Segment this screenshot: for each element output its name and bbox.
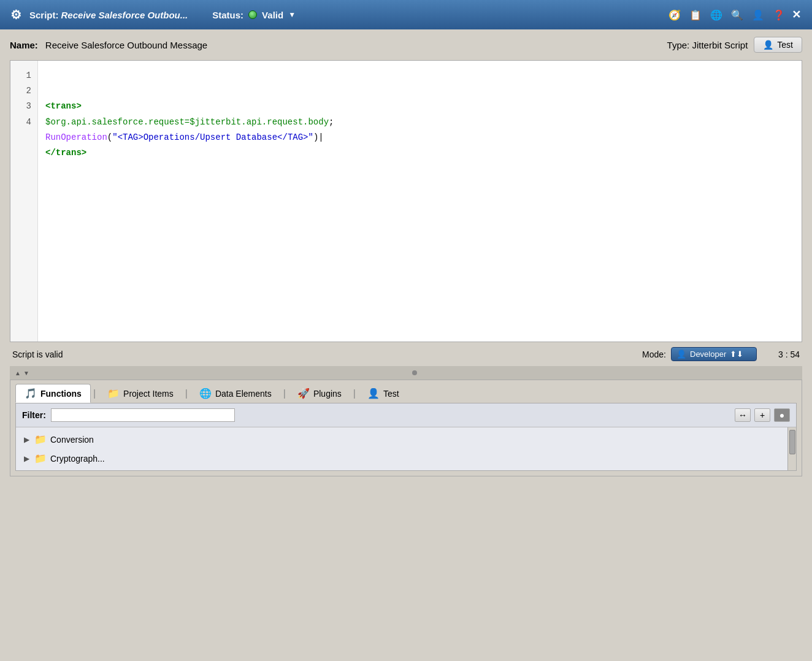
test-tab-label: Test xyxy=(383,389,399,399)
scrollbar-thumb xyxy=(789,430,795,454)
line-num-4: 4 xyxy=(17,115,31,130)
functions-tab-icon: 🎵 xyxy=(25,388,37,399)
tree-expand-cryptograph[interactable]: ▶ xyxy=(22,454,31,463)
mode-label: Mode: xyxy=(642,350,666,359)
add-button[interactable]: + xyxy=(754,408,770,422)
splitter-handle xyxy=(412,370,417,375)
folder-icon-cryptograph: 📁 xyxy=(34,453,47,464)
line-num-1: 1 xyxy=(17,68,31,83)
status-value: Valid xyxy=(262,10,283,20)
script-title: Receive Salesforce Outbou... xyxy=(61,10,188,20)
filter-row: Filter: ↔ + ● xyxy=(16,403,796,427)
code-line-1: <trans> xyxy=(45,99,794,114)
toolbar-icons: 🧭 📋 🌐 🔍 👤 ❓ xyxy=(666,6,787,23)
test-tab-icon: 👤 xyxy=(367,388,380,399)
tree-container: ▶ 📁 Conversion ▶ 📁 Cryptograph... xyxy=(16,427,796,470)
tree-label-conversion: Conversion xyxy=(50,435,94,445)
folder-icon-conversion: 📁 xyxy=(34,434,47,445)
name-row: Name: Receive Salesforce Outbound Messag… xyxy=(10,37,802,53)
expand-button[interactable]: ↔ xyxy=(735,408,751,422)
line-numbers: 1 2 3 4 xyxy=(10,61,38,342)
plugins-tab-label: Plugins xyxy=(313,389,342,399)
tree-list[interactable]: ▶ 📁 Conversion ▶ 📁 Cryptograph... xyxy=(16,427,787,470)
add-icon: + xyxy=(760,410,765,420)
test-icon: 👤 xyxy=(763,40,773,50)
test-button[interactable]: 👤 Test xyxy=(754,37,802,53)
tab-data-elements[interactable]: 🌐 Data Elements xyxy=(190,384,281,403)
tree-item-cryptograph[interactable]: ▶ 📁 Cryptograph... xyxy=(16,449,787,468)
tab-functions[interactable]: 🎵 Functions xyxy=(15,384,91,403)
splitter[interactable]: ▲ ▼ xyxy=(10,366,802,380)
splitter-up-arrow[interactable]: ▲ xyxy=(15,370,21,376)
code-editor[interactable]: 1 2 3 4 <trans> $org.api.salesforce.requ… xyxy=(10,60,802,342)
line-num-2: 2 xyxy=(17,83,31,99)
functions-tab-label: Functions xyxy=(40,389,82,399)
project-items-tab-icon: 📁 xyxy=(107,388,120,399)
script-name-value: Receive Salesforce Outbound Message xyxy=(45,40,207,50)
mode-dropdown[interactable]: 👤 Developer ⬆⬇ xyxy=(671,347,757,361)
code-line-3: RunOperation("<TAG>Operations/Upsert Dat… xyxy=(45,130,794,145)
project-items-tab-label: Project Items xyxy=(123,389,174,399)
expand-icon: ↔ xyxy=(738,410,747,420)
code-line-4: </trans> xyxy=(45,145,794,161)
app-icon: ⚙ xyxy=(7,6,25,23)
status-dropdown[interactable]: ▼ xyxy=(288,10,296,19)
code-content[interactable]: <trans> $org.api.salesforce.request=$jit… xyxy=(38,61,802,342)
info-button[interactable]: ● xyxy=(774,408,790,422)
toolbar-icon-help[interactable]: ❓ xyxy=(770,6,787,23)
toolbar-icon-3[interactable]: 🌐 xyxy=(708,6,725,23)
tab-plugins[interactable]: 🚀 Plugins xyxy=(288,384,351,403)
filter-actions: ↔ + ● xyxy=(735,408,790,422)
cursor-position: 3 : 54 xyxy=(769,350,800,359)
tab-sep-3: | xyxy=(281,389,288,399)
tree-item-conversion[interactable]: ▶ 📁 Conversion xyxy=(16,430,787,449)
tab-sep-2: | xyxy=(183,389,190,399)
tab-sep-4: | xyxy=(351,389,358,399)
toolbar-icon-4[interactable]: 🔍 xyxy=(729,6,746,23)
bottom-panel: 🎵 Functions | 📁 Project Items | 🌐 Data E… xyxy=(10,380,802,476)
mode-value: Developer xyxy=(690,350,726,359)
type-label: Type: Jitterbit Script xyxy=(667,40,748,50)
mode-icon: 👤 xyxy=(676,350,686,359)
tab-bar: 🎵 Functions | 📁 Project Items | 🌐 Data E… xyxy=(10,380,802,403)
status-indicator xyxy=(248,10,257,19)
status-label: Status: xyxy=(212,10,243,20)
data-elements-tab-icon: 🌐 xyxy=(199,388,212,399)
tab-test[interactable]: 👤 Test xyxy=(358,384,408,403)
filter-input[interactable] xyxy=(51,408,235,422)
status-section: Status: Valid ▼ xyxy=(212,10,296,20)
status-bar: Script is valid Mode: 👤 Developer ⬆⬇ 3 :… xyxy=(10,342,802,366)
tab-project-items[interactable]: 📁 Project Items xyxy=(98,384,183,403)
name-label: Name: xyxy=(10,40,38,50)
filter-label: Filter: xyxy=(22,410,46,420)
script-validity-status: Script is valid xyxy=(12,350,63,359)
tree-label-cryptograph: Cryptograph... xyxy=(50,454,105,464)
test-btn-label: Test xyxy=(777,40,793,50)
toolbar-icon-1[interactable]: 🧭 xyxy=(666,6,683,23)
title-bar: ⚙ Script: Receive Salesforce Outbou... S… xyxy=(0,0,812,29)
splitter-down-arrow[interactable]: ▼ xyxy=(23,370,29,376)
plugins-tab-icon: 🚀 xyxy=(297,388,310,399)
tab-sep-1: | xyxy=(91,389,98,399)
mode-section: Mode: 👤 Developer ⬆⬇ xyxy=(642,347,757,361)
info-icon: ● xyxy=(779,410,784,420)
data-elements-tab-label: Data Elements xyxy=(215,389,272,399)
type-section: Type: Jitterbit Script 👤 Test xyxy=(667,37,802,53)
line-num-3: 3 xyxy=(17,99,31,114)
panel-content: Filter: ↔ + ● xyxy=(15,403,797,471)
code-line-2: $org.api.salesforce.request=$jitterbit.a… xyxy=(45,115,794,130)
main-content: Name: Receive Salesforce Outbound Messag… xyxy=(0,29,812,661)
close-button[interactable]: ✕ xyxy=(787,6,805,23)
tree-expand-conversion[interactable]: ▶ xyxy=(22,435,31,444)
toolbar-icon-5[interactable]: 👤 xyxy=(749,6,767,23)
mode-dropdown-arrow: ⬆⬇ xyxy=(730,350,743,359)
panel-scrollbar[interactable] xyxy=(787,427,796,470)
script-label: Script: xyxy=(29,10,59,20)
toolbar-icon-2[interactable]: 📋 xyxy=(687,6,704,23)
